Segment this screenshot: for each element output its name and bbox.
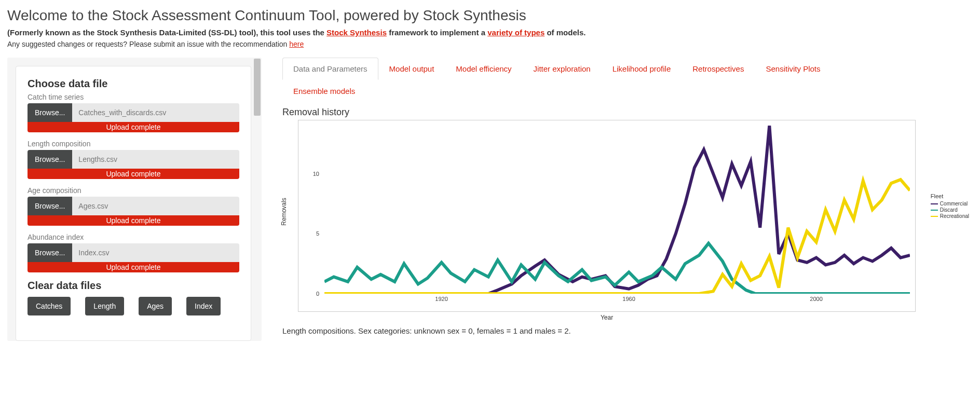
field-index: Abundance index Browse... Index.csv Uplo… <box>28 233 239 272</box>
tab-model-output[interactable]: Model output <box>378 58 445 80</box>
x-ticks: 192019602000 <box>324 296 910 304</box>
tab-jitter-exploration[interactable]: Jitter exploration <box>523 58 602 80</box>
file-name-catch: Catches_with_discards.csv <box>72 103 239 122</box>
choose-data-title: Choose data file <box>28 78 239 90</box>
legend-title: Fleet <box>931 193 969 199</box>
y-axis-label: Removals <box>280 198 288 225</box>
scroll-thumb[interactable] <box>254 59 261 116</box>
link-variety-of-types[interactable]: variety of types <box>487 28 545 37</box>
length-comp-caption: Length compositions. Sex categories: unk… <box>282 326 973 335</box>
legend-label: Commercial <box>940 201 968 207</box>
x-axis-label: Year <box>298 314 916 321</box>
browse-button-age[interactable]: Browse... <box>28 197 72 215</box>
link-here[interactable]: here <box>289 40 304 48</box>
page-title: Welcome to the Stock Assessment Continuu… <box>7 7 973 24</box>
legend-label: Recreational <box>940 213 969 219</box>
field-label: Catch time series <box>28 93 239 101</box>
field-label: Length composition <box>28 140 239 148</box>
field-label: Age composition <box>28 186 239 195</box>
browse-button-index[interactable]: Browse... <box>28 243 72 262</box>
clear-length-button[interactable]: Length <box>85 297 124 315</box>
upload-status-length: Upload complete <box>28 169 239 179</box>
chart-legend: Fleet CommercialDiscardRecreational <box>931 193 969 219</box>
field-label: Abundance index <box>28 233 239 241</box>
file-name-index: Index.csv <box>72 243 239 262</box>
field-age: Age composition Browse... Ages.csv Uploa… <box>28 186 239 226</box>
tab-likelihood-profile[interactable]: Likelihood profile <box>602 58 682 80</box>
field-length: Length composition Browse... Lengths.csv… <box>28 140 239 179</box>
clear-data-title: Clear data files <box>28 280 239 292</box>
clear-index-button[interactable]: Index <box>186 297 221 315</box>
legend-item: Discard <box>931 207 969 213</box>
removal-history-chart: 0510 192019602000 Fleet CommercialDiscar… <box>298 120 916 312</box>
file-name-length: Lengths.csv <box>72 150 239 169</box>
upload-status-index: Upload complete <box>28 262 239 272</box>
legend-swatch <box>931 210 938 211</box>
tab-data-and-parameters[interactable]: Data and Parameters <box>282 58 378 80</box>
link-stock-synthesis[interactable]: Stock Synthesis <box>326 28 387 37</box>
field-catch: Catch time series Browse... Catches_with… <box>28 93 239 132</box>
sidebar-panel: Choose data file Catch time series Brows… <box>7 58 262 341</box>
upload-status-age: Upload complete <box>28 215 239 226</box>
clear-catches-button[interactable]: Catches <box>28 297 71 315</box>
tab-bar: Data and Parameters Model output Model e… <box>282 58 973 103</box>
chart-title: Removal history <box>282 107 973 118</box>
tab-model-efficiency[interactable]: Model efficiency <box>445 58 522 80</box>
upload-status-catch: Upload complete <box>28 122 239 132</box>
legend-item: Recreational <box>931 213 969 219</box>
file-name-age: Ages.csv <box>72 197 239 215</box>
tab-sensitivity-plots[interactable]: Sensitivity Plots <box>755 58 831 80</box>
y-ticks: 0510 <box>298 126 322 294</box>
legend-swatch <box>931 203 938 204</box>
sidebar-scrollbar[interactable] <box>254 59 261 332</box>
clear-ages-button[interactable]: Ages <box>139 297 172 315</box>
tab-ensemble-models[interactable]: Ensemble models <box>282 80 366 102</box>
page-subtitle: (Formerly known as the Stock Synthesis D… <box>7 28 973 37</box>
legend-label: Discard <box>940 207 958 213</box>
legend-item: Commercial <box>931 201 969 207</box>
browse-button-length[interactable]: Browse... <box>28 150 72 169</box>
suggest-line: Any suggested changes or requests? Pleas… <box>7 40 973 48</box>
legend-swatch <box>931 216 938 217</box>
tab-retrospectives[interactable]: Retrospectives <box>682 58 755 80</box>
browse-button-catch[interactable]: Browse... <box>28 103 72 122</box>
